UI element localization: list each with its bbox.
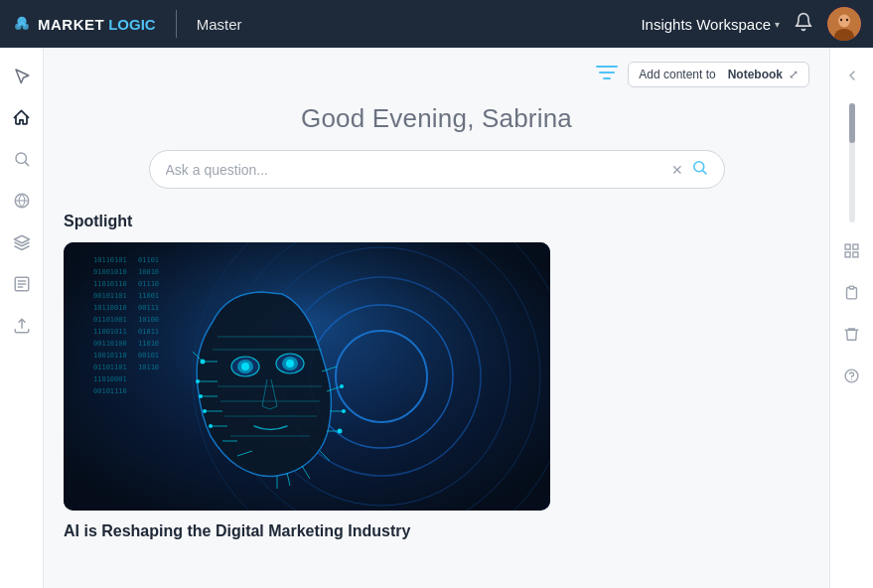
svg-text:01101001: 01101001 (93, 316, 127, 324)
svg-text:01101: 01101 (138, 256, 159, 264)
sidebar-item-globe[interactable] (4, 183, 40, 219)
svg-rect-87 (849, 286, 853, 289)
svg-text:11010001: 11010001 (93, 375, 127, 383)
search-submit-icon[interactable] (691, 159, 708, 180)
logo[interactable]: MARKETLOGIC Master (12, 10, 242, 38)
svg-point-6 (838, 15, 850, 28)
svg-text:01110: 01110 (138, 280, 159, 288)
right-sidebar-grid-icon[interactable] (834, 232, 870, 268)
spotlight-image[interactable]: 1011010101001010 1101011000101101 101100… (64, 242, 550, 511)
expand-icon: ⤢ (789, 68, 799, 81)
svg-point-79 (209, 424, 213, 428)
right-sidebar-trash-icon[interactable] (834, 316, 870, 352)
svg-text:01101101: 01101101 (93, 364, 127, 371)
svg-rect-85 (845, 251, 850, 256)
right-sidebar-clipboard-icon[interactable] (834, 274, 870, 310)
main-content: Add content to Notebook ⤢ Good Evening, … (44, 48, 829, 588)
sidebar-item-search[interactable] (4, 141, 40, 177)
add-content-notebook-button[interactable]: Add content to Notebook ⤢ (628, 62, 809, 87)
svg-text:11001011: 11001011 (93, 328, 127, 336)
filter-icon[interactable] (596, 64, 618, 86)
workspace-label: Insights Workspace (641, 16, 771, 33)
left-sidebar (0, 48, 44, 588)
svg-point-9 (846, 19, 848, 21)
svg-text:00110100: 00110100 (93, 340, 127, 348)
svg-text:10100: 10100 (138, 316, 159, 324)
svg-text:10110010: 10110010 (93, 304, 127, 312)
svg-text:00101110: 00101110 (93, 387, 127, 395)
nav-divider (176, 10, 177, 38)
svg-text:11010: 11010 (138, 340, 159, 348)
ai-face-svg: 1011010101001010 1101011000101101 101100… (64, 242, 550, 511)
right-sidebar-collapse-icon[interactable] (834, 58, 870, 93)
svg-point-80 (338, 429, 343, 434)
nav-master-label: Master (197, 16, 242, 33)
svg-point-89 (851, 378, 852, 379)
svg-text:00101: 00101 (138, 352, 159, 360)
main-layout: Add content to Notebook ⤢ Good Evening, … (0, 48, 873, 588)
svg-text:10010110: 10010110 (93, 352, 127, 360)
add-content-label: Add content to (639, 68, 715, 81)
svg-text:10010: 10010 (138, 268, 159, 276)
svg-point-82 (340, 384, 344, 388)
svg-point-81 (342, 409, 346, 413)
workspace-selector[interactable]: Insights Workspace ▾ (641, 16, 780, 33)
svg-rect-84 (853, 244, 858, 249)
sidebar-item-learn[interactable] (4, 224, 40, 260)
logo-icon (12, 14, 32, 34)
scroll-track[interactable] (849, 103, 855, 222)
search-input[interactable] (166, 162, 671, 178)
svg-point-8 (840, 19, 842, 21)
workspace-chevron-icon: ▾ (775, 19, 780, 30)
sidebar-item-upload[interactable] (4, 308, 40, 344)
notebook-label: Notebook (728, 68, 783, 81)
svg-point-75 (201, 360, 206, 365)
svg-text:00101101: 00101101 (93, 292, 127, 300)
scroll-thumb[interactable] (849, 103, 855, 143)
avatar[interactable] (827, 7, 861, 41)
svg-text:01011: 01011 (138, 328, 159, 336)
svg-point-76 (196, 379, 200, 383)
logo-logic-text: LOGIC (108, 16, 156, 33)
top-navigation: MARKETLOGIC Master Insights Workspace ▾ (0, 0, 873, 48)
search-bar: ✕ (149, 150, 725, 189)
notifications-bell-icon[interactable] (794, 12, 813, 37)
svg-text:10110101: 10110101 (93, 256, 127, 264)
right-sidebar (829, 48, 873, 588)
logo-market-text: MARKET (38, 16, 104, 33)
svg-point-68 (286, 360, 294, 368)
clear-search-icon[interactable]: ✕ (671, 162, 683, 178)
svg-text:01001010: 01001010 (93, 268, 127, 276)
toolbar-row: Add content to Notebook ⤢ (64, 48, 809, 95)
right-sidebar-help-icon[interactable] (834, 358, 870, 393)
sidebar-item-home[interactable] (4, 99, 40, 135)
greeting-heading: Good Evening, Sabrina (64, 103, 809, 134)
spotlight-section-label: Spotlight (64, 213, 809, 230)
svg-text:11001: 11001 (138, 292, 159, 300)
svg-rect-83 (845, 244, 850, 249)
svg-point-65 (241, 363, 249, 370)
svg-text:00111: 00111 (138, 304, 159, 312)
svg-rect-86 (853, 251, 858, 256)
svg-point-78 (203, 409, 207, 413)
spotlight-section: Spotlight (64, 213, 809, 540)
svg-text:10110: 10110 (138, 364, 159, 371)
spotlight-article-title[interactable]: AI is Reshaping the Digital Marketing In… (64, 522, 809, 540)
avatar-image (827, 7, 861, 41)
sidebar-cursor-icon (4, 58, 40, 93)
svg-text:11010110: 11010110 (93, 280, 127, 288)
sidebar-item-reports[interactable] (4, 266, 40, 302)
